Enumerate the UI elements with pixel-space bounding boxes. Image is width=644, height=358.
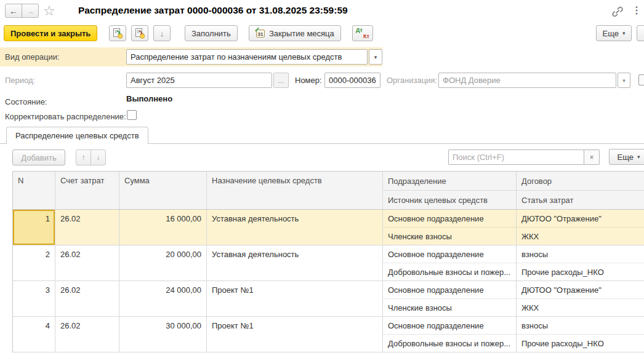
help-button-cut[interactable] xyxy=(637,25,644,41)
header-contract: Договор xyxy=(517,172,644,191)
cell-department-source[interactable]: Основное подразделение Добровольные взно… xyxy=(383,245,517,280)
move-up-button[interactable]: ↑ xyxy=(76,149,91,165)
organization-dropdown-button[interactable]: ▾ xyxy=(618,73,630,88)
month-close-button[interactable]: 31 ✓ Закрытие месяца xyxy=(249,25,341,41)
cell-contract[interactable]: ДЮТОО "Отражение" xyxy=(517,281,644,299)
cell-sum[interactable]: 24 000,00 xyxy=(119,281,207,316)
cell-source[interactable]: Добровольные взносы и пожер... xyxy=(383,263,516,280)
cell-account[interactable]: 26.02 xyxy=(55,317,119,352)
fill-label: Заполнить xyxy=(191,29,231,38)
cell-source[interactable]: Членские взносы xyxy=(383,299,516,316)
cell-source[interactable]: Членские взносы xyxy=(383,228,516,245)
more-dots-icon[interactable]: ⋮ xyxy=(632,4,642,16)
cell-department-source[interactable]: Основное подразделение Членские взносы xyxy=(383,281,517,316)
more-label: Еще xyxy=(618,153,634,162)
cell-contract-costitem[interactable]: ДЮТОО "Отражение" ЖКХ xyxy=(517,210,644,245)
post-and-close-button[interactable]: Провести и закрыть xyxy=(4,25,97,41)
move-down-button[interactable]: ↓ xyxy=(91,149,106,165)
movements-button[interactable]: ↓ xyxy=(153,25,171,41)
cell-cost-item[interactable]: ЖКХ xyxy=(517,299,644,316)
cell-department[interactable]: Основное подразделение xyxy=(383,281,516,299)
period-input[interactable] xyxy=(126,73,272,88)
operation-kind-dropdown-button[interactable]: ▾ xyxy=(369,49,382,65)
cell-sum[interactable]: 30 000,00 xyxy=(119,317,207,352)
operation-kind-label: Вид операции: xyxy=(5,49,60,65)
more-button-top[interactable]: Еще ▾ xyxy=(596,25,632,41)
chevron-down-icon: ▾ xyxy=(622,78,626,84)
table-row: 3 26.02 24 000,00 Проект №1 Основное под… xyxy=(13,281,644,317)
down-arrow-icon: ↓ xyxy=(160,29,164,38)
header-contract-costitem: Договор Статья затрат xyxy=(517,172,644,209)
cell-department-source[interactable]: Основное подразделение Членские взносы xyxy=(383,210,517,245)
cell-contract[interactable]: взносы xyxy=(517,245,644,263)
cell-purpose[interactable]: Проект №1 xyxy=(207,281,383,316)
number-label: Номер: xyxy=(295,73,322,88)
cell-sum[interactable]: 20 000,00 xyxy=(119,245,207,280)
table-row: 1 26.02 16 000,00 Уставная деятельность … xyxy=(13,210,644,245)
organization-input[interactable] xyxy=(438,73,616,88)
cell-contract-costitem[interactable]: взносы Прочие расходы_НКО xyxy=(517,317,644,352)
cell-department[interactable]: Основное подразделение xyxy=(383,317,516,335)
period-ellipsis-button[interactable]: ... xyxy=(273,73,289,88)
cell-department[interactable]: Основное подразделение xyxy=(383,210,516,228)
cell-n[interactable]: 3 xyxy=(13,281,55,316)
cell-contract[interactable]: взносы xyxy=(517,317,644,335)
operation-kind-value[interactable]: Распределение затрат по назначениям целе… xyxy=(126,49,368,65)
tab-target-funds-distribution[interactable]: Распределение целевых средств xyxy=(6,127,148,144)
cell-contract-costitem[interactable]: взносы Прочие расходы_НКО xyxy=(517,245,644,280)
header-source: Источник целевых средств xyxy=(383,191,516,209)
fill-button[interactable]: Заполнить xyxy=(185,25,238,41)
cell-purpose[interactable]: Уставная деятельность xyxy=(207,210,383,245)
cell-cost-item[interactable]: Прочие расходы_НКО xyxy=(517,263,644,280)
document-window: ← → ☆ Распределение затрат 0000-000036 о… xyxy=(0,0,644,358)
cell-cost-item[interactable]: ЖКХ xyxy=(517,228,644,245)
move-row-buttons: ↑ ↓ xyxy=(76,149,106,165)
cell-account[interactable]: 26.02 xyxy=(55,281,119,316)
post-document-button[interactable] xyxy=(131,25,148,41)
cell-sum[interactable]: 16 000,00 xyxy=(119,210,207,245)
cell-contract[interactable]: ДЮТОО "Отражение" xyxy=(517,210,644,228)
more-label: Еще xyxy=(603,29,619,38)
cell-account[interactable]: 26.02 xyxy=(55,245,119,280)
number-input[interactable] xyxy=(324,73,380,88)
header-department-source: Подразделение Источник целевых средств xyxy=(383,172,517,209)
favorite-star-icon[interactable]: ☆ xyxy=(43,3,55,19)
header-account: Счет затрат xyxy=(55,172,119,209)
page-title: Распределение затрат 0000-000036 от 31.0… xyxy=(78,5,348,16)
save-document-button[interactable] xyxy=(109,25,126,41)
cell-purpose[interactable]: Проект №1 xyxy=(207,317,383,352)
back-button[interactable]: ← xyxy=(5,4,22,18)
cell-n[interactable]: 1 xyxy=(13,210,55,245)
link-icon[interactable] xyxy=(611,6,624,18)
forward-button[interactable]: → xyxy=(22,4,39,18)
table-header-row: N Счет затрат Сумма Назначение целевых с… xyxy=(13,172,644,210)
more-button-grid[interactable]: Еще ▾ xyxy=(609,149,644,165)
header-department: Подразделение xyxy=(383,172,516,191)
header-cost-item: Статья затрат xyxy=(517,191,644,209)
month-close-label: Закрытие месяца xyxy=(269,29,334,38)
adjust-distribution-checkbox[interactable] xyxy=(127,110,137,120)
state-value: Выполнено xyxy=(126,94,172,103)
nav-history: ← → xyxy=(5,4,39,18)
document-post-icon xyxy=(135,28,145,39)
organization-open-icon-cut[interactable] xyxy=(638,74,644,86)
cell-department[interactable]: Основное подразделение xyxy=(383,245,516,263)
distribution-table: N Счет затрат Сумма Назначение целевых с… xyxy=(12,171,644,352)
cell-contract-costitem[interactable]: ДЮТОО "Отражение" ЖКХ xyxy=(517,281,644,316)
cell-n[interactable]: 2 xyxy=(13,245,55,280)
search-clear-button[interactable]: × xyxy=(584,149,600,165)
cell-source[interactable]: Добровольные взносы и пожер... xyxy=(383,335,516,352)
cell-purpose[interactable]: Уставная деятельность xyxy=(207,245,383,280)
dt-kt-button[interactable]: Дт Кт xyxy=(352,25,373,41)
cell-department-source[interactable]: Основное подразделение Добровольные взно… xyxy=(383,317,517,352)
search-input[interactable] xyxy=(448,149,584,165)
cell-account[interactable]: 26.02 xyxy=(55,210,119,245)
cell-n[interactable]: 4 xyxy=(13,317,55,352)
chevron-down-icon: ▾ xyxy=(622,30,626,36)
chevron-down-icon: ▾ xyxy=(637,154,640,160)
add-row-button[interactable]: Добавить xyxy=(12,149,65,165)
add-row-label: Добавить xyxy=(21,153,56,162)
header-sum: Сумма xyxy=(119,172,207,209)
document-save-icon xyxy=(113,28,123,39)
cell-cost-item[interactable]: Прочие расходы_НКО xyxy=(517,335,644,352)
